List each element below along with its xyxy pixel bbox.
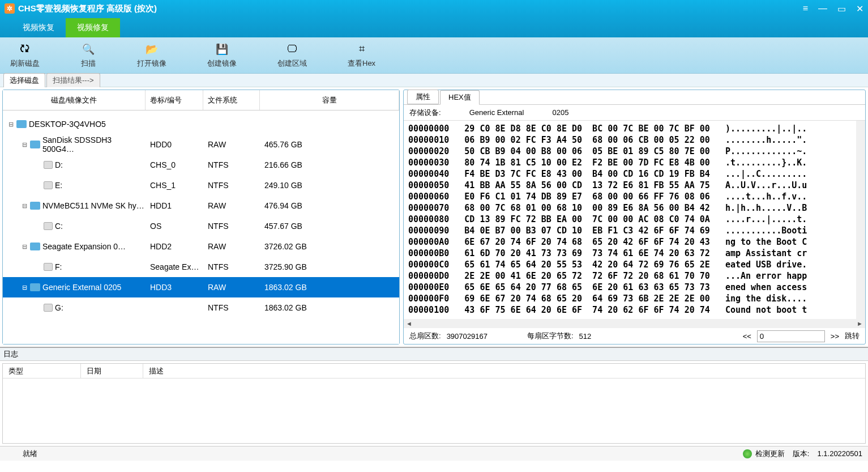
log-col-type[interactable]: 类型 — [3, 364, 81, 378]
capacity-cell: 249.10 GB — [260, 181, 399, 190]
statusbar: 就绪 检测更新 版本: 1.1.20220501 — [0, 446, 868, 461]
globe-icon — [743, 449, 752, 458]
expand-icon[interactable]: ⊟ — [21, 141, 28, 148]
tree-row[interactable]: ⊟Seagate Expansion 0…HDD2RAW3726.02 GB — [3, 236, 399, 257]
volume-cell: HDD3 — [146, 283, 203, 292]
storage-label: 存储设备: — [409, 108, 441, 118]
scan-button[interactable]: 🔍扫描 — [80, 42, 96, 69]
tree-row[interactable]: D:CHS_0NTFS216.66 GB — [3, 155, 399, 175]
volume-cell: Seagate Ex… — [146, 262, 203, 271]
fs-cell: NTFS — [203, 222, 260, 231]
fs-cell: RAW — [203, 283, 260, 292]
drv-icon — [44, 181, 53, 189]
disk-name: Seagate Expansion 0… — [42, 242, 126, 251]
disk-name: F: — [55, 262, 62, 271]
log-table: 类型 日期 描述 — [2, 363, 866, 444]
fs-cell: NTFS — [203, 303, 260, 312]
tree-row[interactable]: G:NTFS1863.02 GB — [3, 297, 399, 318]
volume-cell: CHS_0 — [146, 160, 203, 169]
hex-line: 000000F0 69 6E 67 20 74 68 65 20 64 69 7… — [408, 293, 861, 304]
scan-icon: 🔍 — [80, 42, 96, 56]
main-tabs: 视频恢复 视频修复 — [0, 17, 868, 37]
tree-row[interactable]: ⊟DESKTOP-3Q4VHO5 — [3, 114, 399, 134]
tab-video-repair[interactable]: 视频修复 — [66, 18, 120, 37]
tab-hex[interactable]: HEX值 — [440, 90, 480, 105]
disk-name: E: — [55, 181, 62, 190]
fs-cell: RAW — [203, 140, 260, 149]
hex-line: 000000A0 6E 67 20 74 6F 20 74 68 65 20 4… — [408, 236, 861, 248]
prev-sector-button[interactable]: << — [743, 332, 751, 341]
col-disk[interactable]: 磁盘/镜像文件 — [3, 90, 146, 110]
volume-cell: OS — [146, 222, 203, 231]
create-image-button[interactable]: 💾创建镜像 — [207, 42, 237, 69]
scrollbar-horizontal[interactable]: ◄► — [404, 319, 865, 328]
expand-icon[interactable]: ⊟ — [7, 121, 14, 128]
next-sector-button[interactable]: >> — [831, 332, 839, 341]
status-ready: 就绪 — [6, 449, 743, 459]
drv-icon — [44, 304, 53, 312]
minimize-icon[interactable]: — — [818, 3, 827, 14]
hex-view[interactable]: 00000000 29 C0 8E D8 8E C0 8E D0 BC 00 7… — [404, 121, 865, 319]
tab-video-recover[interactable]: 视频恢复 — [11, 18, 66, 37]
menu-icon[interactable]: ≡ — [803, 3, 808, 14]
log-col-desc[interactable]: 描述 — [143, 364, 865, 378]
capacity-cell: 1863.02 GB — [260, 303, 399, 312]
hex-line: 00000020 50 CB B9 04 00 B8 00 06 05 BE 0… — [408, 146, 861, 157]
view-hex-button[interactable]: ⌗查看Hex — [348, 42, 375, 69]
disk-columns: 磁盘/镜像文件 卷标/编号 文件系统 容量 — [3, 90, 399, 110]
jump-button[interactable]: 跳转 — [845, 331, 860, 341]
fs-cell: NTFS — [203, 181, 260, 190]
refresh-icon: 🗘 — [17, 42, 33, 56]
expand-icon[interactable]: ⊟ — [21, 243, 28, 250]
version-label: 版本: — [793, 449, 810, 459]
open-icon: 📂 — [144, 42, 160, 56]
tree-row[interactable]: C:OSNTFS457.67 GB — [3, 216, 399, 236]
tree-row[interactable]: ⊟NVMeBC511 NVMe SK hy…HDD1RAW476.94 GB — [3, 195, 399, 216]
dev-icon — [30, 141, 40, 148]
hex-line: 00000100 43 6F 75 6E 64 20 6E 6F 74 20 6… — [408, 304, 861, 316]
tab-attributes[interactable]: 属性 — [407, 90, 439, 104]
expand-icon[interactable]: ⊟ — [21, 202, 28, 210]
storage-name: Generic External — [469, 108, 524, 117]
hex-line: 00000000 29 C0 8E D8 8E C0 8E D0 BC 00 7… — [408, 123, 861, 134]
version-value: 1.1.20220501 — [817, 449, 862, 458]
disk-name: DESKTOP-3Q4VHO5 — [29, 120, 106, 129]
subtab-select-disk[interactable]: 选择磁盘 — [3, 73, 45, 87]
tree-row[interactable]: F:Seagate Ex…NTFS3725.90 GB — [3, 257, 399, 277]
disk-name: C: — [55, 222, 63, 231]
capacity-cell: 3726.02 GB — [260, 242, 399, 251]
expand-icon[interactable]: ⊟ — [21, 284, 28, 291]
open-image-button[interactable]: 📂打开镜像 — [137, 42, 166, 69]
volume-cell: HDD2 — [146, 242, 203, 251]
sub-tabs: 选择磁盘 扫描结果---> — [0, 74, 868, 87]
scrollbar-vertical[interactable] — [856, 121, 865, 319]
tree-row[interactable]: ⊟Generic External 0205HDD3RAW1863.02 GB — [3, 277, 399, 297]
volume-cell: HDD1 — [146, 201, 203, 210]
col-volume[interactable]: 卷标/编号 — [146, 90, 203, 110]
hex-line: 000000B0 61 6D 70 20 41 73 73 69 73 74 6… — [408, 248, 861, 259]
tree-row[interactable]: E:CHS_1NTFS249.10 GB — [3, 175, 399, 195]
maximize-icon[interactable]: ▭ — [837, 3, 846, 14]
create-image-icon: 💾 — [214, 42, 230, 56]
create-area-button[interactable]: 🖵创建区域 — [277, 42, 307, 69]
dev-icon — [30, 202, 40, 210]
goto-sector-input[interactable] — [757, 330, 825, 342]
right-tabs: 属性 HEX值 — [404, 90, 865, 105]
refresh-disk-button[interactable]: 🗘刷新磁盘 — [10, 42, 40, 69]
capacity-cell: 216.66 GB — [260, 160, 399, 169]
log-col-date[interactable]: 日期 — [81, 364, 143, 378]
capacity-cell: 476.94 GB — [260, 201, 399, 210]
drv-icon — [44, 161, 53, 169]
pc-icon — [16, 120, 27, 128]
disk-name: D: — [55, 160, 63, 169]
fs-cell: NTFS — [203, 160, 260, 169]
fs-cell: NTFS — [203, 262, 260, 271]
status-update[interactable]: 检测更新 — [743, 449, 785, 459]
subtab-scan-results[interactable]: 扫描结果---> — [46, 73, 100, 87]
close-icon[interactable]: ✕ — [856, 3, 863, 14]
col-fs[interactable]: 文件系统 — [203, 90, 260, 110]
col-capacity[interactable]: 容量 — [260, 90, 399, 110]
tree-row[interactable]: ⊟SanDisk SDSSDH3 500G4…HDD0RAW465.76 GB — [3, 134, 399, 155]
hex-line: 00000040 F4 BE D3 7C FC E8 43 00 B4 00 C… — [408, 168, 861, 180]
hex-line: 00000030 80 74 1B 81 C5 10 00 E2 F2 BE 0… — [408, 157, 861, 168]
